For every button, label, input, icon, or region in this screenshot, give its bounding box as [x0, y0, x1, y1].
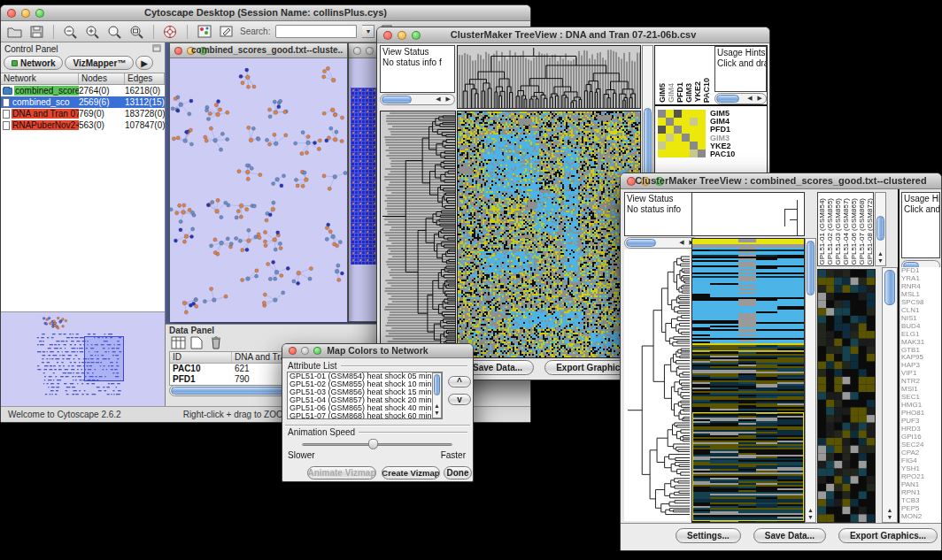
matrix-cell[interactable]: [698, 126, 706, 134]
matrix-cell[interactable]: [698, 118, 706, 126]
tab-overflow-arrow[interactable]: ▶: [135, 56, 153, 70]
tab-vizmapper[interactable]: VizMapper™: [65, 56, 134, 70]
column-label[interactable]: GPL51-03 (GSM856): [834, 198, 842, 265]
matrix-cell[interactable]: [674, 110, 682, 118]
tv1-status-hscrollbar[interactable]: ◀ ▶: [380, 94, 455, 105]
vscroll-arrows[interactable]: ▲▼: [806, 507, 815, 521]
speed-slider-thumb[interactable]: [368, 439, 378, 449]
matrix-cell[interactable]: [658, 150, 666, 157]
column-label[interactable]: GPL51-02 (GSM855): [826, 198, 834, 265]
move-down-button[interactable]: v: [448, 394, 471, 405]
zoom-selected-icon[interactable]: [106, 24, 123, 40]
column-label[interactable]: GIM4: [668, 83, 676, 103]
matrix-cell[interactable]: [666, 150, 674, 157]
vscroll-thumb[interactable]: [876, 216, 884, 241]
matrix-cell[interactable]: [674, 126, 682, 134]
col-network[interactable]: Network: [1, 73, 79, 84]
matrix-cell[interactable]: [666, 142, 674, 150]
vscroll-arrows[interactable]: ▲▼: [433, 403, 441, 417]
tv1-similarity-matrix[interactable]: [658, 110, 706, 157]
column-label[interactable]: GPL51-08 (GSM872): [866, 198, 874, 265]
matrix-cell[interactable]: [682, 142, 690, 150]
tv2-titlebar[interactable]: ClusterMaker TreeView : combined_scores_…: [621, 173, 941, 189]
row-label[interactable]: PAC10: [710, 150, 767, 158]
matrix-cell[interactable]: [674, 142, 682, 150]
network-table-header[interactable]: Network Nodes Edges: [1, 73, 165, 85]
search-input[interactable]: [275, 25, 357, 38]
matrix-cell[interactable]: [698, 110, 706, 118]
matrix-cell[interactable]: [658, 126, 666, 134]
column-label[interactable]: GIM5: [659, 83, 667, 103]
matrix-cell[interactable]: [666, 126, 674, 134]
dense-network-canvas[interactable]: [351, 88, 378, 265]
matrix-cell[interactable]: [658, 110, 666, 118]
tv2-action-button[interactable]: Save Data...: [753, 528, 826, 543]
tab-network[interactable]: Network: [4, 56, 63, 70]
column-label[interactable]: PAC10: [703, 78, 711, 103]
help-lifering-icon[interactable]: [162, 24, 179, 40]
matrix-cell[interactable]: [698, 142, 706, 150]
hscroll-arrows[interactable]: ◀ ▶: [747, 95, 764, 102]
col-nodes[interactable]: Nodes: [79, 73, 125, 84]
matrix-cell[interactable]: [658, 118, 666, 126]
matrix-cell[interactable]: [698, 134, 706, 142]
matrix-cell[interactable]: [682, 118, 690, 126]
matrix-cell[interactable]: [666, 110, 674, 118]
matrix-cell[interactable]: [674, 150, 682, 157]
col-edges[interactable]: Edges: [125, 73, 165, 84]
tv2-status-hscrollbar[interactable]: ◀ ▶: [624, 237, 699, 249]
vscroll-arrows[interactable]: ▲▼: [876, 250, 885, 265]
matrix-cell[interactable]: [666, 118, 674, 126]
tv2-zoom-heatmap[interactable]: [817, 269, 876, 523]
zoom-fit-icon[interactable]: [128, 24, 145, 40]
animate-vizmap-button[interactable]: Animate Vizmap: [307, 466, 376, 479]
tv2-heatmap[interactable]: [691, 238, 805, 523]
matrix-cell[interactable]: [690, 118, 698, 126]
matrix-cell[interactable]: [690, 142, 698, 150]
matrix-cell[interactable]: [682, 126, 690, 134]
column-label[interactable]: GPL51-04 (GSM857): [842, 198, 850, 265]
vscroll-thumb[interactable]: [884, 270, 895, 305]
gene-label[interactable]: MON2: [901, 513, 942, 521]
zoom-in-icon[interactable]: [84, 24, 101, 40]
search-dropdown-arrow[interactable]: ▼: [362, 25, 374, 38]
matrix-cell[interactable]: [690, 126, 698, 134]
frame-close[interactable]: [174, 47, 182, 55]
matrix-cell[interactable]: [666, 134, 674, 142]
attribute-item[interactable]: GPL51-07 (GSM868) heat shock 60 min: [290, 412, 442, 419]
matrix-cell[interactable]: [690, 134, 698, 142]
tv2-gene-vscrollbar[interactable]: ▲▼: [882, 267, 898, 523]
open-file-icon[interactable]: [6, 24, 23, 40]
column-label[interactable]: YKE2: [694, 81, 702, 103]
network-table-row[interactable]: RNAPuberNov2+ 563(0) 107847(0): [1, 119, 165, 131]
tv1-usage-hscrollbar[interactable]: ◀ ▶: [714, 93, 767, 104]
vscroll-thumb[interactable]: [434, 374, 440, 395]
network-frame-titlebar[interactable]: combined_scores_good.txt--cluste...: [170, 43, 347, 58]
matrix-cell[interactable]: [674, 118, 682, 126]
float-panel-icon[interactable]: [152, 44, 161, 54]
tv2-heatmap-vscrollbar[interactable]: ▲▼: [805, 238, 816, 523]
tv1-titlebar[interactable]: ClusterMaker TreeView : DNA and Tran 07-…: [377, 27, 769, 43]
col-id[interactable]: ID: [170, 352, 232, 363]
attribute-listbox[interactable]: GPL51-01 (GSM854) heat shock 05 minGPL51…: [287, 372, 443, 419]
matrix-cell[interactable]: [658, 142, 666, 150]
column-label[interactable]: GIM3: [685, 83, 693, 103]
attribute-list-vscrollbar[interactable]: ▲▼: [432, 372, 442, 418]
vscroll-thumb[interactable]: [807, 241, 815, 295]
matrix-cell[interactable]: [682, 150, 690, 157]
matrix-cell[interactable]: [682, 134, 690, 142]
matrix-cell[interactable]: [674, 134, 682, 142]
dialog-titlebar[interactable]: Map Colors to Network: [282, 344, 473, 358]
hscroll-thumb[interactable]: [716, 95, 739, 103]
network-table-row[interactable]: combined_sco 2569(6) 13112(15): [1, 96, 165, 108]
frame2-close[interactable]: [353, 47, 361, 55]
column-label[interactable]: GPL51-07 (GSM868): [858, 198, 866, 265]
save-icon[interactable]: [28, 24, 45, 40]
hscroll-thumb[interactable]: [626, 239, 656, 247]
hscroll-arrows[interactable]: ◀ ▶: [436, 96, 452, 103]
tv2-column-dendrogram[interactable]: [691, 192, 805, 236]
column-label[interactable]: GPL51-01 (GSM854): [818, 198, 826, 265]
network-canvas[interactable]: [170, 58, 347, 322]
matrix-cell[interactable]: [682, 110, 690, 118]
matrix-cell[interactable]: [690, 150, 698, 157]
